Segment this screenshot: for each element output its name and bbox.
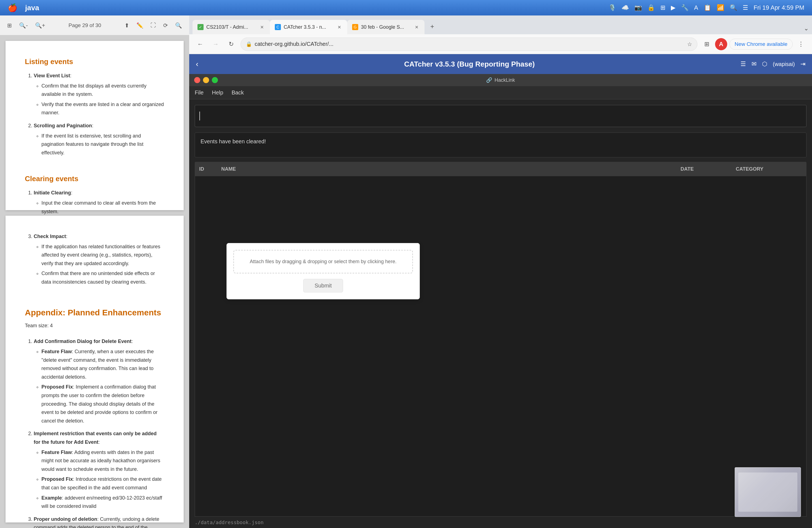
more-btn[interactable]: ⋮ (795, 38, 807, 50)
fullscreen-btn[interactable]: ⛶ (149, 21, 158, 30)
tabs-overflow-btn[interactable]: ⌄ (804, 25, 809, 32)
hacklink-footer-path: ./data/addressbook.json (189, 517, 812, 528)
clock: Fri 19 Apr 4:59 PM (754, 4, 804, 11)
pdf-toolbar: ⊞ 🔍- 🔍+ Page 29 of 30 ⬆ ✏️ ⛶ ⟳ 🔍 (0, 15, 189, 35)
address-bar[interactable]: 🔒 catcher-org.github.io/CATcher/... ☆ (241, 38, 697, 51)
zoom-out-btn[interactable]: 🔍- (17, 21, 30, 30)
zoom-in-btn[interactable]: 🔍+ (33, 21, 47, 30)
play-icon[interactable]: ▶ (671, 4, 676, 11)
markup-btn[interactable]: ✏️ (135, 21, 145, 30)
file-dropzone[interactable]: Attach files by dragging & dropping or s… (233, 250, 413, 274)
col-category: CATEGORY (736, 166, 802, 172)
appendix-title: Appendix: Planned Enhancements (25, 308, 164, 317)
section-title-clearing: Clearing events (25, 175, 164, 183)
chrome-tab-group: ✓ CS2103/T - Admi... ✕ C CATcher 3.5.3 -… (192, 20, 804, 34)
tab1-close[interactable]: ✕ (259, 24, 265, 30)
hacklink-titlebar: 🔗 HackLink (189, 74, 812, 86)
app-name: java (25, 4, 39, 12)
chrome-tab-2[interactable]: C CATcher 3.5.3 - n... ✕ (270, 20, 347, 34)
menu-back[interactable]: Back (231, 89, 244, 96)
catcher-menu-icon[interactable]: ☰ (740, 60, 746, 68)
pdf-viewer: ⊞ 🔍- 🔍+ Page 29 of 30 ⬆ ✏️ ⛶ ⟳ 🔍 Listing… (0, 15, 189, 528)
extensions-btn[interactable]: ⊞ (701, 38, 713, 50)
chrome-toolbar-actions: ⊞ A New Chrome available ⋮ (701, 38, 807, 50)
bookmark-star[interactable]: ☆ (687, 41, 692, 47)
pdf-page-2: Check Impact: If the application has rel… (5, 216, 184, 523)
chrome-tabs-bar: ✓ CS2103/T - Admi... ✕ C CATcher 3.5.3 -… (189, 15, 812, 34)
submit-button[interactable]: Submit (303, 279, 343, 292)
forward-btn[interactable]: → (209, 38, 222, 50)
tab3-title: 30 feb - Google S... (361, 24, 411, 30)
listing-events-list: View Event List: Confirm that the list d… (34, 72, 164, 157)
hacklink-icon: 🔗 (486, 77, 492, 83)
new-tab-btn[interactable]: + (425, 20, 439, 33)
bug-report-panel: Attach files by dragging & dropping or s… (227, 243, 420, 299)
col-date: DATE (681, 166, 736, 172)
rotate-btn[interactable]: ⟳ (162, 21, 170, 30)
hacklink-menu: File Help Back (189, 86, 812, 99)
tab2-favicon: C (275, 24, 281, 30)
page-info: Page 29 of 30 (69, 23, 101, 28)
share-btn[interactable]: ⬆ (123, 21, 131, 30)
page2-list: Check Impact: If the application has rel… (34, 232, 164, 287)
profile-btn[interactable]: A (715, 38, 727, 50)
pdf-page-1: Listing events View Event List: Confirm … (5, 41, 184, 210)
pdf-content: Listing events View Event List: Confirm … (0, 35, 189, 528)
screenshot-preview (735, 468, 801, 517)
security-icon[interactable]: 🔒 (648, 4, 655, 11)
search-btn[interactable]: 🔍 (173, 21, 184, 30)
maximize-btn[interactable] (212, 77, 218, 83)
cloud-icon[interactable]: ☁️ (621, 4, 629, 11)
apple-icon: 🍎 (8, 3, 17, 12)
tab1-favicon: ✓ (198, 24, 204, 30)
text-cursor (199, 112, 200, 120)
catcher-header-title: CATcher v3.5.3 (Bug Reporting Phase) (204, 60, 735, 69)
col-name: NAME (221, 166, 681, 172)
font-icon[interactable]: A (694, 4, 698, 11)
screenshot-thumbnail (735, 467, 801, 517)
control-center-icon[interactable]: ☰ (743, 4, 748, 11)
address-text: catcher-org.github.io/CATcher/... (255, 41, 684, 47)
wifi-icon[interactable]: 📶 (717, 4, 724, 11)
hacklink-title: 🔗 HackLink (486, 77, 515, 83)
tab1-title: CS2103/T - Admi... (206, 24, 256, 30)
chrome-tab-1[interactable]: ✓ CS2103/T - Admi... ✕ (192, 20, 270, 34)
hacklink-table-header: ID NAME DATE CATEGORY (195, 162, 807, 176)
team-size: Team size: 4 (25, 322, 164, 330)
tab3-favicon: G (352, 24, 358, 30)
catcher-browser-header: ‹ CATcher v3.5.3 (Bug Reporting Phase) ☰… (189, 54, 812, 74)
events-cleared-message: Events have been cleared! (201, 138, 266, 144)
tabs-overflow: ⌄ (804, 25, 809, 34)
screen-icon[interactable]: 📷 (634, 4, 642, 11)
hacklink-input-area[interactable] (195, 105, 807, 127)
catcher-external-icon[interactable]: ⬡ (762, 60, 767, 68)
col-id: ID (199, 166, 221, 172)
secure-icon: 🔒 (246, 41, 252, 47)
catcher-user-name: (wapisai) (773, 61, 795, 68)
chrome-tab-3[interactable]: G 30 feb - Google S... ✕ (347, 20, 424, 34)
catcher-mail-icon[interactable]: ✉ (752, 60, 756, 68)
back-btn[interactable]: ← (194, 38, 206, 50)
tab2-close[interactable]: ✕ (336, 24, 342, 30)
grid-icon[interactable]: ⊞ (661, 4, 665, 11)
chrome-toolbar: ← → ↻ 🔒 catcher-org.github.io/CATcher/..… (189, 34, 812, 54)
new-chrome-available[interactable]: New Chrome available (729, 39, 793, 50)
tab2-title: CATcher 3.5.3 - n... (284, 24, 334, 30)
menu-file[interactable]: File (195, 89, 204, 96)
minimize-btn[interactable] (203, 77, 209, 83)
tools-icon[interactable]: 🔧 (681, 4, 688, 11)
macos-right-items: 🎙️ ☁️ 📷 🔒 ⊞ ▶ 🔧 A 📋 📶 🔍 ☰ Fri 19 Apr 4:5… (608, 4, 804, 11)
catcher-back-icon[interactable]: ‹ (196, 60, 198, 69)
menu-help[interactable]: Help (212, 89, 223, 96)
catcher-logout-icon[interactable]: ⇥ (800, 60, 806, 68)
close-btn[interactable] (194, 77, 200, 83)
search-icon[interactable]: 🔍 (730, 4, 737, 11)
macos-menubar: 🍎 java 🎙️ ☁️ 📷 🔒 ⊞ ▶ 🔧 A 📋 📶 🔍 ☰ Fri 19 … (0, 0, 812, 15)
reload-btn[interactable]: ↻ (225, 38, 237, 50)
sidebar-toggle-btn[interactable]: ⊞ (5, 21, 14, 30)
clipboard-icon[interactable]: 📋 (704, 4, 711, 11)
mic-icon[interactable]: 🎙️ (608, 4, 616, 11)
hacklink-table-body (195, 176, 807, 517)
tab3-close[interactable]: ✕ (414, 24, 420, 30)
appendix-list: Add Confirmation Dialog for Delete Event… (34, 337, 164, 528)
